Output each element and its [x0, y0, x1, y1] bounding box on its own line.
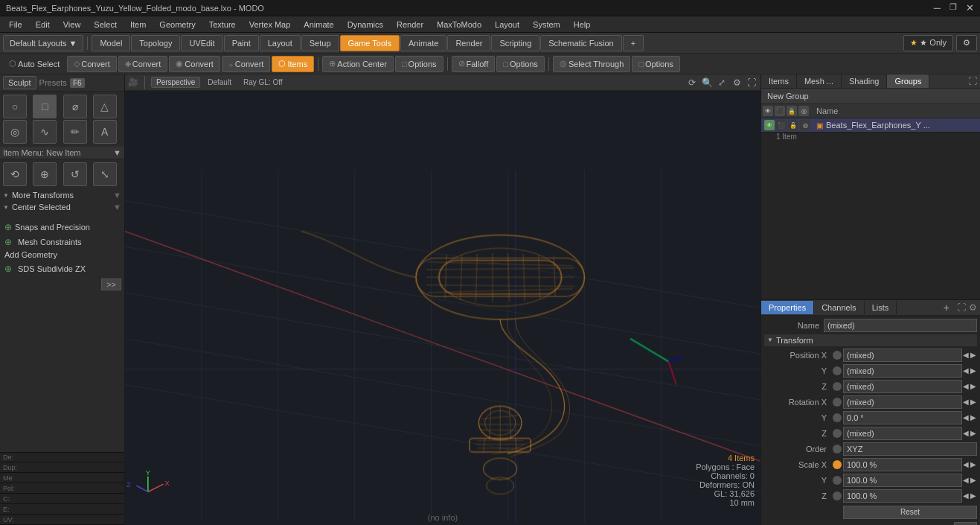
options-btn-3[interactable]: □ Options: [632, 56, 680, 72]
reset-btn[interactable]: Reset: [843, 506, 977, 519]
scale-x-arrow2[interactable]: ▶: [970, 460, 976, 468]
close-btn[interactable]: ✕: [966, 2, 974, 13]
col-icon-eye[interactable]: 👁: [763, 106, 773, 116]
new-group-header[interactable]: New Group: [761, 89, 980, 104]
menu-file[interactable]: File: [3, 19, 28, 31]
item-menu-dropdown[interactable]: Item Menu: New Item ▼: [0, 147, 124, 159]
falloff-btn[interactable]: ⊘ Falloff: [452, 56, 496, 72]
default-layouts-dropdown[interactable]: Default Layouts ▼: [3, 35, 83, 51]
tab-paint[interactable]: Paint: [224, 35, 259, 51]
tab-properties[interactable]: Properties: [761, 301, 814, 314]
scale-y-dot[interactable]: [833, 476, 842, 485]
tab-uvedit[interactable]: UVEdit: [181, 35, 222, 51]
mesh-constraints-row[interactable]: ⊕ Mesh Constraints: [0, 235, 124, 249]
tool-transform[interactable]: ⟲: [3, 162, 27, 186]
vp-fit-icon[interactable]: ⤢: [716, 77, 728, 89]
tool-cube[interactable]: □: [33, 95, 57, 118]
right-expand-icon[interactable]: ⛶: [968, 76, 977, 86]
select-through-btn[interactable]: ◎ Select Through: [553, 56, 630, 72]
settings-btn[interactable]: ⚙: [956, 35, 977, 51]
rot-x-dot[interactable]: [833, 398, 842, 407]
scale-z-arrow[interactable]: ◀: [963, 491, 969, 500]
menu-layout[interactable]: Layout: [489, 19, 525, 31]
props-expand-icon[interactable]: ⛶: [957, 302, 966, 313]
sds-row[interactable]: ⊕ SDS Subdivide ZX: [0, 262, 124, 276]
tab-schematic[interactable]: Schematic Fusion: [540, 35, 621, 51]
menu-maxtoModo[interactable]: MaxToModo: [431, 19, 487, 31]
scale-z-value[interactable]: 100.0 %: [843, 489, 962, 503]
menu-item[interactable]: Item: [124, 19, 152, 31]
tab-animate[interactable]: Animate: [400, 35, 446, 51]
props-more-btn[interactable]: >>: [954, 522, 977, 526]
props-add-btn[interactable]: +: [939, 300, 954, 315]
scale-x-dot[interactable]: [833, 460, 842, 469]
tab-channels[interactable]: Channels: [814, 301, 864, 314]
minimize-btn[interactable]: ─: [934, 2, 941, 13]
col-icon-lock[interactable]: 🔒: [787, 106, 797, 116]
col-icon-render[interactable]: ⬛: [775, 106, 785, 116]
tab-game-tools[interactable]: Game Tools: [340, 35, 400, 51]
rot-y-arrow2[interactable]: ▶: [970, 413, 976, 421]
row-icon-eye[interactable]: 👁: [764, 120, 775, 130]
scale-y-arrow2[interactable]: ▶: [970, 476, 976, 484]
scale-z-arrow2[interactable]: ▶: [970, 491, 976, 500]
tab-model[interactable]: Model: [92, 35, 130, 51]
pos-z-arrow[interactable]: ◀: [963, 382, 969, 390]
tool-move[interactable]: ⊕: [33, 162, 57, 186]
more-transforms-row[interactable]: ▼ More Transforms ▼: [0, 189, 124, 201]
menu-view[interactable]: View: [57, 19, 87, 31]
tab-mesh[interactable]: Mesh ...: [797, 74, 842, 88]
options-btn-2[interactable]: □ Options: [496, 56, 545, 72]
name-value[interactable]: (mixed): [824, 319, 977, 332]
menu-dynamics[interactable]: Dynamics: [342, 19, 389, 31]
pos-x-value[interactable]: (mixed): [843, 349, 962, 362]
scale-z-dot[interactable]: [833, 491, 842, 500]
rot-x-arrow[interactable]: ◀: [963, 398, 969, 406]
menu-animate[interactable]: Animate: [298, 19, 339, 31]
maximize-btn[interactable]: ❐: [949, 2, 957, 13]
pos-y-arrow[interactable]: ◀: [963, 366, 969, 375]
rot-y-value[interactable]: 0.0 °: [843, 411, 962, 424]
menu-geometry[interactable]: Geometry: [153, 19, 201, 31]
row-icon-render[interactable]: ⬛: [776, 120, 787, 130]
tool-scale[interactable]: ⤡: [93, 162, 117, 186]
transform-section[interactable]: ▼ Transform: [764, 334, 977, 346]
pos-y-dot[interactable]: [833, 366, 842, 375]
rot-z-value[interactable]: (mixed): [843, 427, 962, 440]
vp-expand-icon[interactable]: ⛶: [746, 77, 758, 89]
presets-key[interactable]: F6: [70, 78, 85, 88]
action-center-btn[interactable]: ⊕ Action Center: [322, 56, 394, 72]
scale-x-arrow[interactable]: ◀: [963, 460, 969, 468]
tab-setup[interactable]: Setup: [301, 35, 339, 51]
tool-sphere[interactable]: ○: [3, 95, 27, 118]
pos-z-arrow2[interactable]: ▶: [970, 382, 976, 390]
tab-add[interactable]: +: [623, 35, 644, 51]
tab-shading[interactable]: Shading: [842, 74, 887, 88]
tab-items[interactable]: Items: [761, 74, 797, 88]
convert-btn-3[interactable]: ◉ Convert: [169, 56, 220, 72]
vp-settings-icon[interactable]: ⚙: [731, 77, 743, 89]
convert-btn-4[interactable]: ⬦ Convert: [222, 56, 271, 72]
center-selected-row[interactable]: ▼ Center Selected ▼: [0, 201, 124, 213]
pos-x-arrow2[interactable]: ▶: [970, 351, 976, 359]
snaps-row[interactable]: ⊕ Snaps and Precision: [0, 219, 124, 235]
scale-x-value[interactable]: 100.0 %: [843, 458, 962, 471]
tool-cone[interactable]: △: [93, 95, 117, 118]
scale-y-arrow[interactable]: ◀: [963, 476, 969, 484]
tab-lists[interactable]: Lists: [865, 301, 897, 314]
tool-sketch[interactable]: ✏: [63, 120, 87, 144]
vp-zoom-icon[interactable]: 🔍: [701, 77, 713, 89]
pos-y-value[interactable]: (mixed): [843, 364, 962, 378]
auto-select-btn[interactable]: ⬡ Auto Select: [3, 56, 65, 72]
pos-z-value[interactable]: (mixed): [843, 380, 962, 393]
menu-edit[interactable]: Edit: [30, 19, 56, 31]
tab-layout[interactable]: Layout: [260, 35, 301, 51]
group-item-row[interactable]: 👁 ⬛ 🔓 ◎ ▣ Beats_Flex_Earphones_Y ...: [761, 118, 980, 133]
tab-render[interactable]: Render: [447, 35, 490, 51]
add-geometry-row[interactable]: Add Geometry: [0, 249, 124, 261]
menu-vertex-map[interactable]: Vertex Map: [243, 19, 297, 31]
vp-rotate-icon[interactable]: ⟳: [686, 77, 698, 89]
row-icon-sel[interactable]: ◎: [800, 120, 810, 130]
convert-btn-1[interactable]: ◇ Convert: [67, 56, 117, 72]
scale-y-value[interactable]: 100.0 %: [843, 474, 962, 487]
